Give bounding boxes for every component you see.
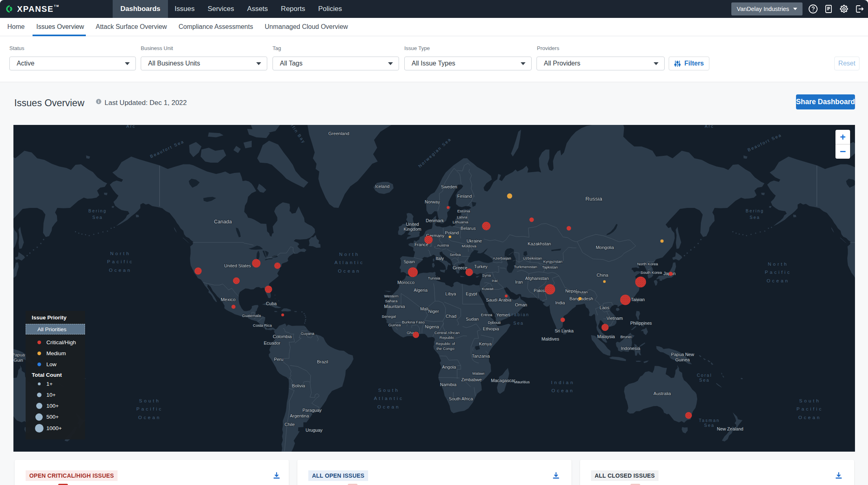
- svg-text:Kuwait: Kuwait: [482, 286, 494, 291]
- svg-text:Latvia: Latvia: [457, 215, 467, 219]
- svg-text:Uzbekistan: Uzbekistan: [523, 256, 542, 260]
- svg-text:Ocean: Ocean: [109, 268, 132, 273]
- svg-text:Indonesia: Indonesia: [621, 346, 641, 351]
- svg-text:Egypt: Egypt: [466, 291, 477, 296]
- svg-text:Pacific: Pacific: [107, 259, 133, 264]
- svg-text:Central African: Central African: [434, 330, 460, 335]
- svg-text:Greece: Greece: [453, 265, 467, 270]
- svg-text:Namibia: Namibia: [440, 382, 457, 387]
- svg-text:Estonia: Estonia: [457, 209, 470, 213]
- svg-text:Ocean: Ocean: [377, 404, 400, 409]
- svg-text:Zimbabwe: Zimbabwe: [461, 377, 482, 382]
- svg-text:Tasman: Tasman: [699, 418, 720, 423]
- svg-text:Brazil: Brazil: [317, 359, 328, 364]
- svg-text:Sea: Sea: [699, 378, 710, 382]
- svg-text:Atlantic: Atlantic: [374, 396, 404, 401]
- svg-text:Mongolia: Mongolia: [596, 245, 615, 250]
- svg-text:United: United: [406, 222, 419, 227]
- svg-text:Sea: Sea: [750, 215, 760, 220]
- svg-text:Macagascar: Macagascar: [491, 378, 515, 383]
- svg-text:Philippines: Philippines: [630, 321, 652, 326]
- svg-text:Bering: Bering: [746, 208, 764, 213]
- svg-text:Laos: Laos: [600, 305, 609, 310]
- svg-text:Tanzania: Tanzania: [472, 354, 490, 358]
- svg-text:Kenya: Kenya: [479, 341, 492, 346]
- svg-text:Colombia: Colombia: [273, 334, 292, 339]
- svg-text:Tunisia: Tunisia: [428, 276, 441, 280]
- svg-text:Indian: Indian: [551, 380, 575, 385]
- svg-text:Malaysia: Malaysia: [597, 334, 615, 339]
- svg-text:Argentina: Argentina: [290, 413, 309, 418]
- svg-text:Arabian: Arabian: [508, 312, 530, 317]
- svg-text:Guatemala: Guatemala: [242, 313, 261, 318]
- svg-text:Bering: Bering: [88, 208, 107, 213]
- svg-text:Iran: Iran: [515, 280, 523, 284]
- svg-text:Guyana: Guyana: [301, 331, 314, 336]
- svg-text:Eritrea: Eritrea: [481, 312, 493, 317]
- svg-text:Taiwan: Taiwan: [631, 297, 645, 302]
- svg-text:Ocean: Ocean: [798, 415, 821, 420]
- svg-text:South: South: [799, 398, 821, 403]
- svg-text:Bhutan: Bhutan: [576, 290, 588, 294]
- svg-text:Atlantic: Atlantic: [334, 260, 364, 265]
- svg-text:South Africa: South Africa: [449, 396, 473, 401]
- svg-text:Sudan: Sudan: [466, 317, 479, 321]
- svg-text:Guinea: Guinea: [388, 323, 401, 327]
- svg-text:Pacific: Pacific: [796, 406, 823, 411]
- svg-text:Denmark: Denmark: [426, 218, 444, 223]
- svg-text:Italy: Italy: [436, 256, 444, 261]
- svg-text:Arc: Arc: [704, 125, 714, 129]
- svg-text:Mauritania: Mauritania: [384, 304, 405, 309]
- svg-text:Morocco: Morocco: [397, 280, 414, 285]
- svg-text:New Zealand: New Zealand: [717, 426, 744, 431]
- svg-text:Kyrgyzstan: Kyrgyzstan: [543, 259, 563, 264]
- svg-text:Finland: Finland: [457, 194, 472, 199]
- svg-text:Pacific: Pacific: [136, 406, 163, 411]
- svg-text:Ecuador: Ecuador: [264, 341, 281, 345]
- svg-text:Mauritius: Mauritius: [514, 380, 530, 384]
- svg-text:Djibouti: Djibouti: [488, 320, 501, 325]
- svg-text:Ocean: Ocean: [552, 388, 574, 393]
- svg-text:Malawi: Malawi: [472, 371, 484, 376]
- svg-text:Republic: Republic: [440, 335, 455, 340]
- svg-text:Saudi Arabia: Saudi Arabia: [486, 297, 512, 302]
- svg-text:Brunei: Brunei: [620, 334, 631, 339]
- svg-text:Cuba: Cuba: [266, 301, 277, 306]
- svg-text:Guin: Guin: [13, 358, 23, 363]
- svg-text:Kazakhstan: Kazakhstan: [528, 241, 551, 246]
- svg-text:Burkina Faso: Burkina Faso: [402, 320, 425, 324]
- svg-text:Serbia: Serbia: [449, 252, 461, 257]
- svg-text:Bolivia: Bolivia: [292, 383, 305, 388]
- svg-text:Moldova: Moldova: [462, 244, 477, 248]
- svg-text:Nigeria: Nigeria: [425, 324, 440, 329]
- svg-text:Peru: Peru: [274, 357, 283, 362]
- svg-text:North Korea: North Korea: [637, 262, 658, 266]
- svg-text:Sweden: Sweden: [441, 184, 457, 189]
- svg-text:Pacific: Pacific: [765, 270, 791, 275]
- svg-text:Norway: Norway: [425, 199, 440, 204]
- svg-text:Algeria: Algeria: [414, 288, 428, 293]
- svg-text:North: North: [339, 252, 360, 257]
- svg-text:Ukraine: Ukraine: [467, 238, 482, 243]
- svg-text:Paraguay: Paraguay: [302, 408, 322, 413]
- svg-text:Syria: Syria: [482, 273, 491, 277]
- svg-text:Iceland: Iceland: [375, 184, 389, 189]
- svg-text:Ethiopia: Ethiopia: [483, 326, 499, 331]
- svg-text:the Congo: the Congo: [436, 346, 454, 351]
- svg-text:Papua: Papua: [13, 352, 25, 357]
- svg-text:Coral: Coral: [697, 373, 712, 378]
- svg-text:Afghanistan: Afghanistan: [525, 276, 549, 281]
- svg-text:Lithuania: Lithuania: [453, 220, 469, 224]
- svg-text:Maldives: Maldives: [541, 336, 559, 341]
- svg-text:United States: United States: [224, 263, 251, 268]
- svg-text:Libya: Libya: [445, 291, 456, 296]
- svg-text:South: South: [378, 388, 400, 393]
- svg-text:Guinea: Guinea: [675, 357, 690, 362]
- svg-text:Senegal: Senegal: [382, 314, 396, 319]
- svg-text:South: South: [139, 398, 161, 403]
- svg-text:Niger: Niger: [428, 309, 439, 314]
- svg-text:Russia: Russia: [585, 196, 602, 202]
- svg-text:South Korea: South Korea: [641, 270, 663, 275]
- svg-text:Sahara: Sahara: [385, 299, 398, 303]
- svg-text:Mali: Mali: [420, 306, 428, 311]
